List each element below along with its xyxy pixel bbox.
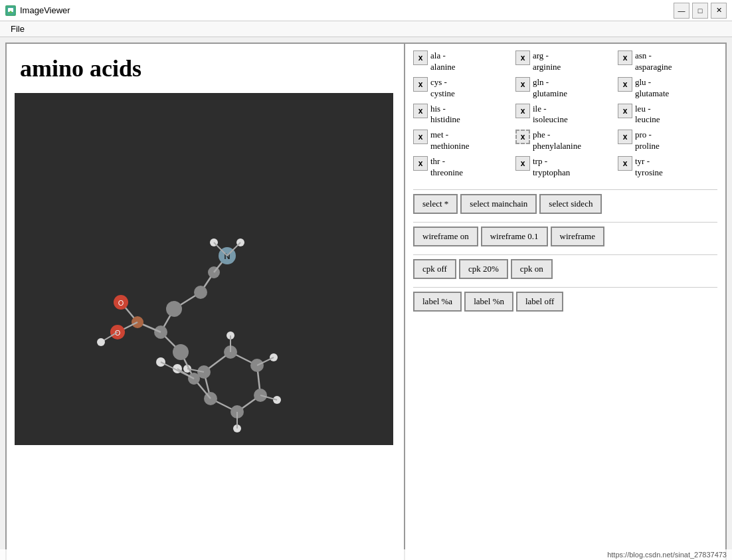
- amino-toggle-thr[interactable]: x: [413, 156, 428, 171]
- amino-item-arg: xarg -arginine: [515, 49, 615, 74]
- button-row-wireframe: wireframe onwireframe 0.1wireframe: [413, 227, 717, 246]
- app-window: ImageViewer — □ ✕ File amino acids: [0, 0, 732, 560]
- amino-item-thr: xthr -threonine: [413, 155, 513, 180]
- amino-toggle-pro[interactable]: x: [618, 130, 632, 144]
- amino-item-met: xmet -methionine: [413, 128, 513, 153]
- status-bar: https://blog.csdn.net/sinat_27837473: [0, 549, 732, 560]
- amino-item-asn: xasn -asparagine: [618, 49, 717, 74]
- molecule-display: N O O: [15, 93, 393, 445]
- amino-toggle-gln[interactable]: x: [515, 77, 530, 92]
- divider-4: [413, 287, 717, 288]
- label-button-0[interactable]: label %a: [413, 292, 462, 312]
- page-title: amino acids: [20, 54, 391, 82]
- amino-label-trp: trp -tryptophan: [533, 156, 570, 179]
- amino-toggle-arg[interactable]: x: [515, 50, 530, 65]
- label-button-1[interactable]: label %n: [464, 292, 513, 312]
- amino-item-cys: xcys -cystine: [413, 76, 513, 101]
- amino-toggle-asn[interactable]: x: [618, 50, 632, 65]
- amino-label-gln: gln -glutamine: [533, 77, 567, 100]
- amino-label-thr: thr -threonine: [430, 156, 463, 179]
- right-panel: xala -alaninexarg -argininexasn -asparag…: [405, 44, 725, 560]
- wireframe-button-0[interactable]: wireframe on: [413, 227, 478, 246]
- button-row-select: select *select mainchainselect sidech: [413, 194, 717, 214]
- title-bar: ImageViewer — □ ✕: [0, 0, 732, 21]
- amino-label-pro: pro -proline: [635, 130, 660, 152]
- wireframe-button-1[interactable]: wireframe 0.1: [481, 227, 548, 246]
- label-button-2[interactable]: label off: [516, 292, 563, 312]
- amino-label-his: his -histidine: [430, 104, 460, 126]
- svg-point-32: [173, 344, 189, 360]
- amino-label-glu: glu -glutamate: [635, 77, 669, 100]
- amino-toggle-cys[interactable]: x: [413, 77, 428, 92]
- left-top: amino acids: [7, 44, 404, 88]
- amino-label-met: met -methionine: [430, 130, 470, 152]
- menu-bar: File: [0, 21, 732, 37]
- amino-label-arg: arg -arginine: [533, 50, 561, 73]
- amino-toggle-trp[interactable]: x: [515, 156, 530, 171]
- cpk-button-2[interactable]: cpk on: [511, 259, 553, 279]
- amino-item-ile: xile -isoleucine: [515, 102, 615, 128]
- cpk-button-1[interactable]: cpk 20%: [459, 259, 508, 279]
- select-button-2[interactable]: select sidech: [539, 194, 602, 214]
- window-title: ImageViewer: [20, 5, 70, 15]
- amino-label-leu: leu -leucine: [635, 104, 660, 126]
- wireframe-button-2[interactable]: wireframe: [551, 227, 604, 246]
- amino-toggle-his[interactable]: x: [413, 104, 428, 118]
- amino-label-tyr: tyr -tyrosine: [635, 156, 663, 179]
- amino-label-phe: phe -phenylalanine: [533, 130, 581, 152]
- left-panel: amino acids: [7, 44, 405, 560]
- svg-point-35: [194, 286, 207, 299]
- amino-toggle-leu[interactable]: x: [618, 104, 632, 118]
- amino-toggle-ala[interactable]: x: [413, 50, 428, 65]
- amino-item-pro: xpro -proline: [618, 128, 717, 153]
- molecule-svg: N O O: [15, 93, 393, 445]
- divider-1: [413, 189, 717, 190]
- amino-acid-grid: xala -alaninexarg -argininexasn -asparag…: [413, 49, 717, 180]
- amino-item-his: xhis -histidine: [413, 102, 513, 128]
- amino-label-ala: ala -alanine: [430, 50, 456, 73]
- svg-point-34: [166, 301, 182, 317]
- app-content: amino acids: [5, 43, 727, 560]
- title-bar-left: ImageViewer: [5, 5, 70, 16]
- amino-label-ile: ile -isoleucine: [533, 104, 568, 126]
- maximize-button[interactable]: □: [692, 3, 708, 19]
- amino-item-tyr: xtyr -tyrosine: [618, 155, 717, 180]
- svg-text:O: O: [118, 299, 124, 307]
- amino-toggle-tyr[interactable]: x: [618, 156, 632, 171]
- minimize-button[interactable]: —: [674, 3, 689, 19]
- menu-file[interactable]: File: [5, 23, 30, 35]
- select-button-0[interactable]: select *: [413, 194, 458, 214]
- amino-label-asn: asn -asparagine: [635, 50, 672, 73]
- button-row-cpk: cpk offcpk 20%cpk on: [413, 259, 717, 279]
- amino-item-glu: xglu -glutamate: [618, 76, 717, 101]
- amino-item-leu: xleu -leucine: [618, 102, 717, 128]
- amino-item-trp: xtrp -tryptophan: [515, 155, 615, 180]
- amino-toggle-ile[interactable]: x: [515, 104, 530, 118]
- window-controls: — □ ✕: [674, 3, 727, 19]
- cpk-button-0[interactable]: cpk off: [413, 259, 456, 279]
- amino-item-phe: xphe -phenylalanine: [515, 128, 615, 153]
- select-button-1[interactable]: select mainchain: [460, 194, 537, 214]
- amino-label-cys: cys -cystine: [430, 77, 455, 100]
- amino-toggle-phe[interactable]: x: [515, 130, 530, 144]
- divider-3: [413, 254, 717, 255]
- amino-item-gln: xgln -glutamine: [515, 76, 615, 101]
- amino-toggle-glu[interactable]: x: [618, 77, 632, 92]
- amino-item-ala: xala -alanine: [413, 49, 513, 74]
- button-row-label: label %alabel %nlabel off: [413, 292, 717, 312]
- close-button[interactable]: ✕: [711, 3, 727, 19]
- app-icon: [5, 5, 16, 16]
- svg-point-57: [97, 338, 105, 346]
- status-text: https://blog.csdn.net/sinat_27837473: [607, 551, 727, 559]
- amino-toggle-met[interactable]: x: [413, 130, 428, 144]
- svg-text:N: N: [224, 251, 230, 261]
- divider-2: [413, 222, 717, 223]
